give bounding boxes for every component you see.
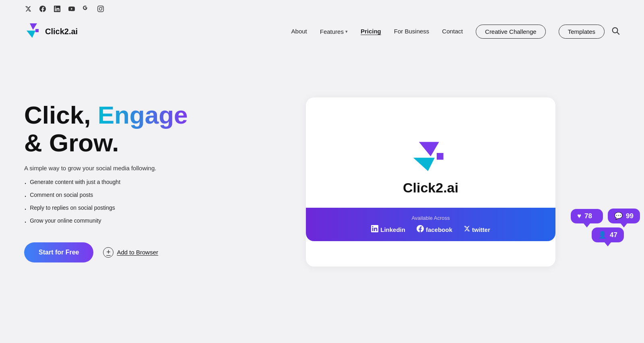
hero-actions: Start for Free + Add to Browser xyxy=(24,242,217,262)
nav-for-business[interactable]: For Business xyxy=(394,28,429,35)
hero-subtitle: A simple way to grow your social media f… xyxy=(24,165,217,172)
likes-count: 78 xyxy=(584,212,592,220)
logo-icon xyxy=(24,23,42,40)
hero-title-engage: Engage xyxy=(98,101,188,129)
search-button[interactable] xyxy=(611,26,620,37)
platform-twitter: twitter xyxy=(464,225,490,233)
notif-row-top: ♥ 78 💬 99 xyxy=(571,200,640,223)
available-label: Available Across xyxy=(411,215,450,221)
comments-count: 99 xyxy=(626,212,634,220)
platform-twitter-label: twitter xyxy=(472,226,490,233)
logo-text: Click2.ai xyxy=(45,27,78,36)
available-bar: Available Across Linkedin facebook xyxy=(306,208,555,241)
nav-features[interactable]: Features ▾ xyxy=(320,28,348,35)
facebook-icon[interactable] xyxy=(39,5,47,13)
chevron-down-icon: ▾ xyxy=(345,29,348,34)
svg-marker-6 xyxy=(413,158,435,171)
svg-rect-7 xyxy=(437,153,444,160)
svg-point-3 xyxy=(613,27,618,33)
google-icon[interactable] xyxy=(82,5,90,13)
nav-creative-challenge-btn[interactable]: Creative Challenge xyxy=(476,25,546,39)
instagram-icon[interactable] xyxy=(97,5,105,13)
facebook-platform-icon xyxy=(417,225,424,234)
hero-section: Click, Engage & Grow. A simple way to gr… xyxy=(0,45,644,319)
plus-icon: + xyxy=(103,247,114,258)
social-bar xyxy=(0,0,644,18)
followers-count: 47 xyxy=(610,231,617,239)
platform-linkedin: Linkedin xyxy=(371,225,405,234)
comment-icon: 💬 xyxy=(614,212,623,220)
hero-title-part1: Click, xyxy=(24,101,98,129)
hero-left: Click, Engage & Grow. A simple way to gr… xyxy=(24,101,217,262)
logo[interactable]: Click2.ai xyxy=(24,23,78,40)
comments-bubble: 💬 99 xyxy=(608,209,640,223)
hero-card: Click2.ai Available Across Linkedin xyxy=(306,97,555,267)
svg-marker-0 xyxy=(30,23,37,30)
add-to-browser-button[interactable]: + Add to Browser xyxy=(103,247,158,258)
bullet-1: Generate content with just a thought xyxy=(24,179,217,188)
brand-logo-area: Click2.ai xyxy=(403,139,458,196)
youtube-icon[interactable] xyxy=(68,5,76,13)
twitter-x-icon[interactable] xyxy=(24,5,32,13)
followers-icon: 👤 xyxy=(598,231,607,239)
bullet-4: Grow your online community xyxy=(24,217,217,226)
notification-bubbles: ♥ 78 💬 99 👤 47 xyxy=(571,200,640,242)
linkedin-platform-icon xyxy=(371,225,378,234)
platform-facebook: facebook xyxy=(417,225,452,234)
heart-icon: ♥ xyxy=(577,212,581,220)
likes-bubble: ♥ 78 xyxy=(571,209,603,223)
nav-pricing[interactable]: Pricing xyxy=(361,28,381,35)
brand-name: Click2.ai xyxy=(403,180,458,196)
hero-title: Click, Engage & Grow. xyxy=(24,101,217,156)
bullet-3: Reply to replies on social postings xyxy=(24,205,217,213)
brand-logo-icon xyxy=(411,139,451,175)
platform-facebook-label: facebook xyxy=(426,226,452,233)
hero-bullets: Generate content with just a thought Com… xyxy=(24,179,217,226)
start-free-button[interactable]: Start for Free xyxy=(24,242,93,262)
svg-marker-5 xyxy=(419,142,439,157)
hero-title-part2: & Grow. xyxy=(24,129,119,157)
bullet-2: Comment on social posts xyxy=(24,192,217,200)
svg-line-4 xyxy=(617,32,619,34)
nav-templates-btn[interactable]: Templates xyxy=(559,25,605,39)
platforms: Linkedin facebook twitter xyxy=(371,225,490,234)
platform-linkedin-label: Linkedin xyxy=(380,226,405,233)
hero-right: Click2.ai Available Across Linkedin xyxy=(242,97,620,267)
navbar: Click2.ai About Features ▾ Pricing For B… xyxy=(0,18,644,45)
nav-links: About Features ▾ Pricing For Business Co… xyxy=(291,25,605,39)
followers-bubble: 👤 47 xyxy=(592,227,624,242)
twitter-platform-icon xyxy=(464,225,470,233)
nav-about[interactable]: About xyxy=(291,28,307,35)
linkedin-icon[interactable] xyxy=(53,5,61,13)
svg-marker-1 xyxy=(27,31,35,38)
nav-contact[interactable]: Contact xyxy=(442,28,463,35)
search-icon xyxy=(611,26,620,35)
svg-rect-2 xyxy=(35,29,39,32)
